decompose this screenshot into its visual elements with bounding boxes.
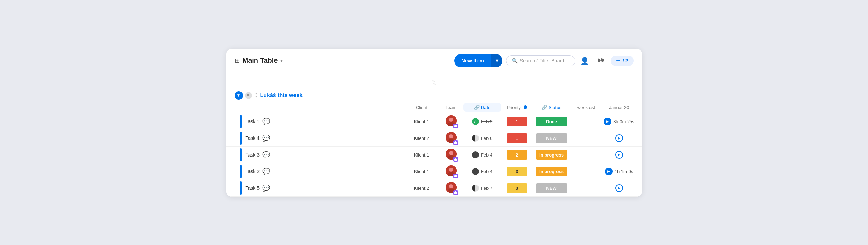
- avatar-badge: [453, 140, 458, 145]
- date-dark-icon: [472, 151, 479, 158]
- svg-point-11: [449, 151, 453, 155]
- cell-priority: 2: [501, 150, 533, 160]
- new-item-button[interactable]: New Item ▾: [454, 54, 502, 67]
- task-rows-container: Task 1 💬 Klient 1 ✓ Feb 3 1 D: [226, 113, 642, 197]
- col-date-label: Date: [481, 105, 490, 110]
- task-name: Task 1 💬: [246, 118, 404, 125]
- date-check-icon: ✓: [472, 118, 479, 125]
- status-badge: In progress: [536, 167, 567, 176]
- cell-priority: 1: [501, 133, 533, 143]
- avatar-container: [446, 149, 457, 161]
- link-icon-status: 🔗: [542, 105, 547, 110]
- group-close-button[interactable]: ✕: [245, 92, 252, 99]
- cell-januar: ▶: [602, 151, 637, 159]
- col-priority-header: Priority: [501, 102, 533, 113]
- search-box[interactable]: 🔍 Search / Filter Board: [506, 55, 575, 66]
- priority-badge: 3: [507, 167, 527, 176]
- status-badge: Done: [536, 117, 567, 126]
- play-outline-button[interactable]: ▶: [615, 184, 623, 192]
- cell-januar: ▶: [602, 184, 637, 192]
- svg-rect-24: [455, 191, 456, 192]
- date-half-icon: [472, 135, 479, 142]
- user-icon-button[interactable]: 👤: [579, 54, 591, 67]
- chevron-down-icon[interactable]: ▾: [280, 58, 283, 64]
- date-text: Feb 7: [481, 186, 492, 191]
- cell-priority: 3: [501, 183, 533, 193]
- status-badge: NEW: [536, 133, 567, 143]
- priority-dot-icon: [524, 105, 527, 109]
- play-outline-button[interactable]: ▶: [615, 134, 623, 142]
- link-icon: 🔗: [474, 105, 480, 110]
- task-left-bar: [240, 115, 242, 128]
- column-headers: Client Team 🔗 Date Priority 🔗 Status wee…: [226, 102, 642, 113]
- comment-icon[interactable]: 💬: [262, 168, 270, 175]
- priority-badge: 3: [507, 183, 527, 193]
- task-label: Task 1: [246, 119, 260, 124]
- group-expand-button[interactable]: ▼: [235, 91, 243, 100]
- avatar-badge: [453, 174, 458, 178]
- search-placeholder: Search / Filter Board: [520, 58, 564, 64]
- cell-status: Done: [533, 117, 571, 126]
- play-button[interactable]: ▶: [604, 118, 611, 125]
- main-card: ⊞ Main Table ▾ New Item ▾ 🔍 Search / Fil…: [226, 49, 642, 197]
- comment-icon[interactable]: 💬: [262, 184, 270, 192]
- avatar-container: [446, 115, 457, 128]
- time-display: 1h 1m 0s: [615, 169, 633, 174]
- comment-icon[interactable]: 💬: [262, 134, 270, 142]
- avatar-container: [446, 182, 457, 194]
- date-text: Feb 6: [481, 136, 492, 141]
- svg-point-1: [449, 118, 453, 122]
- task-label: Task 2: [246, 169, 260, 174]
- comment-icon[interactable]: 💬: [262, 151, 270, 159]
- svg-point-16: [449, 168, 453, 172]
- date-dark-icon: [472, 168, 479, 175]
- search-icon: 🔍: [512, 58, 518, 64]
- cell-date: Feb 4: [463, 168, 501, 175]
- cell-date: Feb 4: [463, 151, 501, 158]
- col-priority-label: Priority: [507, 105, 520, 110]
- filter-label: / 2: [623, 58, 628, 64]
- group-title: Lukáš this week: [260, 92, 303, 99]
- col-team-header: Team: [439, 102, 463, 113]
- play-button[interactable]: ▶: [605, 168, 613, 175]
- task-label: Task 5: [246, 185, 260, 191]
- filter-button[interactable]: ☰ / 2: [611, 56, 634, 66]
- cell-januar: ▶: [602, 134, 637, 142]
- table-row: Task 2 💬 Klient 1 Feb 4 3 In: [226, 163, 642, 180]
- task-name: Task 3 💬: [246, 151, 404, 159]
- avatar-badge: [453, 124, 458, 128]
- comment-icon[interactable]: 💬: [262, 118, 270, 125]
- group-header-row: ▼ ✕ ⣿ Lukáš this week: [226, 89, 642, 102]
- cell-client: Klient 1: [404, 119, 439, 124]
- col-status-header: 🔗 Status: [533, 103, 571, 111]
- cell-status: NEW: [533, 133, 571, 143]
- col-date-header: 🔗 Date: [463, 102, 501, 113]
- cell-team: [439, 115, 463, 128]
- col-task-header: [240, 104, 404, 110]
- svg-rect-9: [455, 141, 456, 142]
- cell-team: [439, 149, 463, 161]
- task-left-bar: [240, 132, 242, 145]
- cell-date: Feb 7: [463, 185, 501, 192]
- cell-status: In progress: [533, 150, 571, 160]
- cell-priority: 3: [501, 167, 533, 176]
- date-text: Feb 4: [481, 152, 492, 158]
- date-text: Feb 4: [481, 169, 492, 174]
- table-row: Task 5 💬 Klient 2 Feb 7 3 NE: [226, 180, 642, 197]
- task-left-bar: [240, 181, 242, 195]
- avatar-container: [446, 132, 457, 144]
- eye-slash-icon-button[interactable]: 🕶: [595, 54, 607, 67]
- cell-team: [439, 182, 463, 194]
- cell-januar: ▶ 3h 0m 25s: [602, 118, 637, 125]
- avatar-badge: [453, 157, 458, 162]
- new-item-chevron-icon[interactable]: ▾: [491, 54, 502, 67]
- svg-point-21: [449, 184, 453, 188]
- filter-icon: ☰: [616, 58, 621, 64]
- priority-badge: 2: [507, 150, 527, 160]
- group-section: ⇅ ▼ ✕ ⣿ Lukáš this week Client Team 🔗 Da…: [226, 73, 642, 197]
- cell-januar: ▶ 1h 1m 0s: [602, 168, 637, 175]
- cell-status: In progress: [533, 167, 571, 176]
- cell-client: Klient 2: [404, 186, 439, 191]
- play-outline-button[interactable]: ▶: [615, 151, 623, 159]
- reorder-icon[interactable]: ⇅: [431, 79, 437, 86]
